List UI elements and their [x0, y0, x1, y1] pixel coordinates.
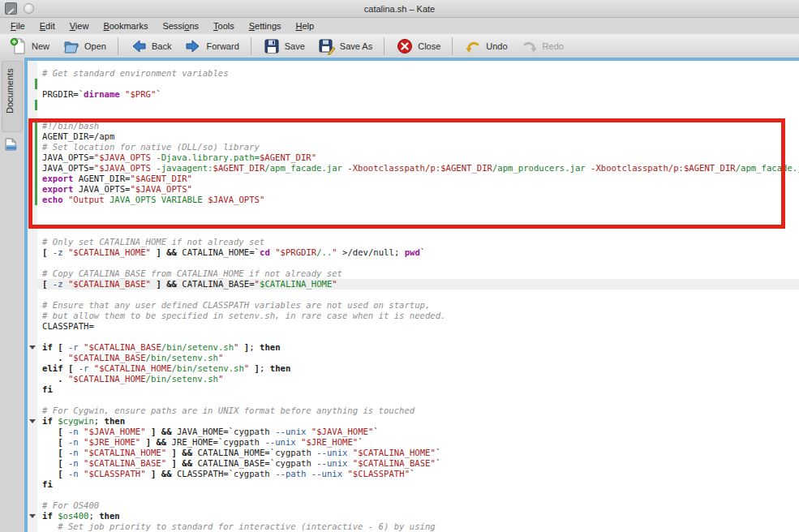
- documents-tab[interactable]: Documents: [2, 61, 23, 132]
- fold-marker[interactable]: [29, 345, 36, 350]
- button-label: Close: [418, 41, 440, 51]
- code-line[interactable]: export AGENT_DIR="$AGENT_DIR": [37, 174, 799, 184]
- fold-marker[interactable]: [29, 419, 36, 423]
- code-line[interactable]: # Set location for native (DLL/so) libra…: [37, 142, 799, 152]
- button-label: Redo: [543, 41, 564, 51]
- code-line[interactable]: # but allow them to be specified in sete…: [37, 311, 799, 321]
- title-bar: catalina.sh – Kate: [0, 0, 799, 18]
- code-line[interactable]: [ -n "$CATALINA_HOME" ] && CATALINA_HOME…: [37, 448, 799, 458]
- menu-bar: FileEditViewBookmarksSessionsToolsSettin…: [0, 18, 799, 34]
- forward-button[interactable]: Forward: [178, 36, 245, 57]
- code-line[interactable]: [37, 79, 799, 89]
- menu-view[interactable]: View: [62, 19, 97, 32]
- close-button[interactable]: Close: [389, 36, 447, 57]
- documents-tab-label: Documents: [5, 68, 15, 114]
- window-title: catalina.sh – Kate: [0, 4, 799, 14]
- code-line[interactable]: [ -n "$JRE_HOME" ] && JRE_HOME=`cygpath …: [37, 437, 799, 448]
- back-arrow-icon: [130, 37, 148, 55]
- documents-icon: [4, 138, 17, 151]
- code-lines: # Get standard environment variablesPRGD…: [37, 68, 799, 532]
- open-folder-icon: [62, 37, 80, 55]
- button-label: Save As: [340, 41, 372, 51]
- code-line[interactable]: echo "Output JAVA_OPTS VARIABLE $JAVA_OP…: [37, 195, 799, 205]
- menu-tools[interactable]: Tools: [206, 19, 242, 32]
- save-button[interactable]: Save: [256, 36, 311, 57]
- editor-icon-border: [28, 61, 37, 532]
- code-line[interactable]: JAVA_OPTS="$JAVA_OPTS -javaagent:$AGENT_…: [37, 163, 799, 174]
- code-line[interactable]: [ -z "$CATALINA_HOME" ] && CATALINA_HOME…: [37, 247, 799, 258]
- code-line[interactable]: if $cygwin; then: [37, 416, 799, 427]
- toolbar-separator: [118, 37, 118, 55]
- toolview-sidebar: Documents: [0, 58, 24, 532]
- button-label: Forward: [206, 41, 238, 51]
- code-line[interactable]: # Only set CATALINA_HOME if not already …: [37, 237, 799, 247]
- undo-icon: [464, 37, 482, 55]
- save-floppy-icon: [263, 37, 281, 55]
- menu-bookmarks[interactable]: Bookmarks: [96, 19, 155, 32]
- open-button[interactable]: Open: [56, 36, 113, 57]
- back-button[interactable]: Back: [123, 36, 178, 57]
- forward-arrow-icon: [184, 37, 202, 55]
- code-line[interactable]: [37, 226, 799, 237]
- code-line[interactable]: [37, 395, 799, 405]
- current-code-line[interactable]: [ -z "$CATALINA_BASE" ] && CATALINA_BASE…: [37, 279, 799, 290]
- code-line[interactable]: [37, 216, 799, 226]
- code-line[interactable]: # Set job priority to standard for inter…: [37, 521, 799, 532]
- code-line[interactable]: [37, 205, 799, 216]
- toolbar-separator: [251, 37, 251, 55]
- code-line[interactable]: # For Cygwin, ensure paths are in UNIX f…: [37, 405, 799, 416]
- code-line[interactable]: . "$CATALINA_HOME/bin/setenv.sh": [37, 374, 799, 384]
- code-line[interactable]: [37, 490, 799, 500]
- code-line[interactable]: [37, 332, 799, 342]
- code-line[interactable]: [37, 258, 799, 268]
- undo-button[interactable]: Undo: [457, 36, 513, 57]
- new-button[interactable]: New: [3, 36, 56, 57]
- menu-settings[interactable]: Settings: [242, 19, 289, 32]
- code-line[interactable]: # Get standard environment variables: [37, 68, 799, 79]
- code-line[interactable]: # Copy CATALINA_BASE from CATALINA_HOME …: [37, 268, 799, 279]
- redo-button[interactable]: Redo: [514, 36, 570, 57]
- code-line[interactable]: elif [ -r "$CATALINA_HOME/bin/setenv.sh"…: [37, 363, 799, 374]
- code-line[interactable]: PRGDIR=`dirname "$PRG"`: [37, 89, 799, 100]
- code-line[interactable]: # Ensure that any user defined CLASSPATH…: [37, 300, 799, 311]
- new-document-icon: [10, 37, 28, 55]
- menu-file[interactable]: File: [3, 19, 32, 32]
- button-label: Undo: [486, 41, 507, 51]
- close-icon: [396, 37, 414, 55]
- code-line[interactable]: . "$CATALINA_BASE/bin/setenv.sh": [37, 353, 799, 363]
- code-line[interactable]: [ -n "$JAVA_HOME" ] && JAVA_HOME=`cygpat…: [37, 427, 799, 437]
- menu-sessions[interactable]: Sessions: [155, 19, 206, 32]
- code-line[interactable]: [37, 290, 799, 300]
- toolbar: New Open Back Forward: [0, 34, 799, 58]
- code-line[interactable]: CLASSPATH=: [37, 321, 799, 332]
- button-label: New: [32, 41, 49, 51]
- code-line[interactable]: JAVA_OPTS="$JAVA_OPTS -Djava.library.pat…: [37, 152, 799, 163]
- button-label: Open: [84, 41, 106, 51]
- code-line[interactable]: if [ -r "$CATALINA_BASE/bin/setenv.sh" ]…: [37, 342, 799, 353]
- toolbar-separator: [384, 37, 384, 55]
- menu-help[interactable]: Help: [289, 19, 322, 32]
- redo-icon: [521, 37, 539, 55]
- code-line[interactable]: [37, 100, 799, 110]
- menu-edit[interactable]: Edit: [32, 19, 62, 32]
- button-label: Back: [152, 41, 171, 51]
- save-as-floppy-pencil-icon: [318, 37, 336, 55]
- code-line[interactable]: fi: [37, 384, 799, 395]
- fold-marker[interactable]: [29, 514, 36, 518]
- code-line[interactable]: fi: [37, 479, 799, 490]
- kate-window: catalina.sh – Kate FileEditViewBookmarks…: [0, 0, 799, 532]
- code-line[interactable]: [ -n "$CATALINA_BASE" ] && CATALINA_BASE…: [37, 458, 799, 469]
- button-label: Save: [285, 41, 305, 51]
- editor-text-area[interactable]: # Get standard environment variablesPRGD…: [37, 61, 799, 532]
- code-line[interactable]: [ -n "$CLASSPATH" ] && CLASSPATH=`cygpat…: [37, 469, 799, 479]
- code-line[interactable]: if $os400; then: [37, 511, 799, 521]
- toolbar-separator: [452, 37, 453, 55]
- save-as-button[interactable]: Save As: [311, 36, 379, 57]
- code-line[interactable]: export JAVA_OPTS="$JAVA_OPTS": [37, 184, 799, 195]
- code-line[interactable]: # For OS400: [37, 500, 799, 511]
- code-line[interactable]: #!/bin/bash: [37, 121, 799, 131]
- code-line[interactable]: [37, 110, 799, 121]
- code-line[interactable]: AGENT_DIR=/apm: [37, 131, 799, 142]
